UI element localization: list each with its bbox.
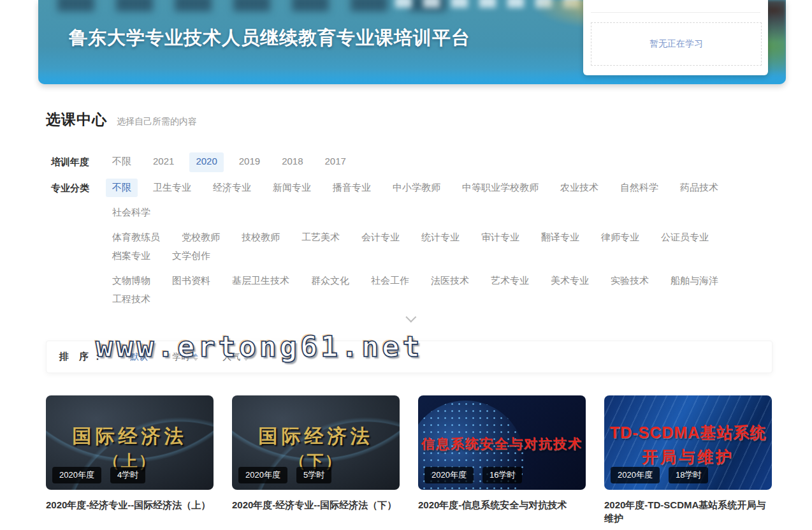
- category-option[interactable]: 经济专业: [207, 179, 257, 197]
- thumb-title-line1: 国际经济法: [46, 423, 214, 450]
- year-option[interactable]: 2021: [147, 152, 180, 172]
- category-filter-options-row1: 不限 卫生专业 经济专业 新闻专业 播音专业 中小学教师 中等职业学校教师 农业…: [106, 179, 772, 222]
- course-thumbnail: 国际经济法 （上） 2020年度 4学时: [46, 395, 214, 490]
- course-title[interactable]: 2020年度-经济专业--国际经济法（下）: [232, 498, 400, 525]
- category-option[interactable]: 体育教练员: [106, 228, 166, 247]
- category-option[interactable]: 药品技术: [674, 179, 725, 197]
- course-card[interactable]: TD-SCDMA基站系统 开局与维护 2020年度 18学时 2020年度-TD…: [604, 395, 772, 530]
- year-badge: 2020年度: [611, 467, 660, 483]
- platform-title: 鲁东大学专业技术人员继续教育专业课培训平台: [69, 26, 470, 51]
- hours-badge: 4学时: [110, 467, 145, 483]
- banner: 鲁东大学专业技术人员继续教育专业课培训平台 暂无正在学习: [38, 0, 786, 84]
- hours-badge: 18学时: [669, 467, 708, 483]
- no-learning-box[interactable]: 暂无正在学习: [591, 22, 762, 66]
- year-option[interactable]: 2019: [233, 152, 266, 172]
- category-option[interactable]: 农业技术: [554, 179, 605, 197]
- category-option[interactable]: 卫生专业: [147, 179, 198, 197]
- thumb-title-line1: 国际经济法: [232, 423, 400, 450]
- thumb-title-line1: 信息系统安全与对抗技术: [418, 435, 586, 453]
- course-grid: 国际经济法 （上） 2020年度 4学时 2020年度-经济专业--国际经济法（…: [46, 395, 772, 530]
- sort-option-label: 默认: [130, 351, 148, 363]
- category-option[interactable]: 工艺美术: [295, 228, 346, 247]
- sort-label: 排 序：: [59, 351, 106, 363]
- category-option[interactable]: 基层卫生技术: [226, 272, 296, 290]
- hours-badge: 5学时: [296, 467, 331, 483]
- category-option[interactable]: 技校教师: [235, 228, 286, 247]
- category-option[interactable]: 船舶与海洋: [664, 272, 725, 290]
- category-option[interactable]: 社会工作: [365, 272, 416, 290]
- category-option[interactable]: 公证员专业: [655, 228, 715, 247]
- category-option[interactable]: 档案专业: [106, 247, 157, 265]
- category-option[interactable]: 中等职业学校教师: [456, 179, 545, 197]
- category-option[interactable]: 播音专业: [326, 179, 377, 197]
- year-badge: 2020年度: [424, 467, 474, 483]
- course-title[interactable]: 2020年度-TD-SCDMA基站系统开局与维护: [604, 498, 772, 525]
- filter-row-year: 培训年度 不限 2021 2020 2019 2018 2017: [46, 152, 772, 172]
- category-filter-label: 专业分类: [51, 179, 101, 222]
- course-title[interactable]: 2020年度-经济专业--国际经济法（上）: [46, 498, 214, 525]
- course-center-header: 选课中心 选择自己所需的内容: [46, 110, 772, 129]
- category-option[interactable]: 群众文化: [305, 272, 356, 290]
- course-thumbnail: 信息系统安全与对抗技术 2020年度 16学时: [418, 395, 586, 490]
- course-title[interactable]: 2020年度-信息系统安全与对抗技术: [418, 498, 586, 525]
- category-option[interactable]: 图书资料: [166, 272, 217, 290]
- filter-panel: 培训年度 不限 2021 2020 2019 2018 2017 专业分类 不限…: [46, 152, 772, 327]
- chevron-down-icon[interactable]: [405, 312, 416, 323]
- page-title: 选课中心: [46, 110, 107, 129]
- category-option[interactable]: 工程技术: [106, 290, 157, 309]
- thumb-title-line2: 开局与维护: [604, 446, 772, 467]
- course-card[interactable]: 国际经济法 （上） 2020年度 4学时 2020年度-经济专业--国际经济法（…: [46, 395, 214, 530]
- category-option[interactable]: 党校教师: [175, 228, 226, 247]
- filter-row-category: 专业分类 不限 卫生专业 经济专业 新闻专业 播音专业 中小学教师 中等职业学校…: [46, 179, 772, 222]
- sort-option-label: 学时: [172, 351, 190, 363]
- category-filter-options-row3: 文物博物 图书资料 基层卫生技术 群众文化 社会工作 法医技术 艺术专业 美术专…: [106, 272, 772, 309]
- category-option[interactable]: 美术专业: [544, 272, 595, 290]
- sort-option-popularity[interactable]: 人气: [222, 351, 249, 363]
- year-option[interactable]: 2017: [319, 152, 352, 172]
- category-option[interactable]: 法医技术: [424, 272, 475, 290]
- current-learning-panel: 暂无正在学习: [583, 0, 768, 75]
- category-option[interactable]: 律师专业: [595, 228, 646, 247]
- year-option-selected[interactable]: 2020: [189, 152, 223, 172]
- category-option[interactable]: 翻译专业: [535, 228, 586, 247]
- sort-option-default[interactable]: 默认: [130, 351, 148, 363]
- year-filter-label: 培训年度: [51, 152, 101, 172]
- sort-option-hours[interactable]: 学时: [172, 351, 198, 363]
- page-subtitle: 选择自己所需的内容: [117, 116, 197, 128]
- sort-carets-icon: [243, 353, 249, 361]
- course-card[interactable]: 国际经济法 （下） 2020年度 5学时 2020年度-经济专业--国际经济法（…: [232, 395, 400, 530]
- year-badge: 2020年度: [238, 467, 287, 483]
- banner-blurred-heading: [57, 0, 453, 11]
- category-option[interactable]: 新闻专业: [266, 179, 317, 197]
- year-option[interactable]: 不限: [106, 152, 138, 172]
- category-option-selected[interactable]: 不限: [106, 179, 138, 197]
- sort-bar: 排 序： 默认 学时 人气: [46, 341, 772, 373]
- year-option[interactable]: 2018: [275, 152, 309, 172]
- category-option[interactable]: 文物博物: [106, 272, 157, 290]
- year-filter-options: 不限 2021 2020 2019 2018 2017: [106, 152, 352, 172]
- category-option[interactable]: 会计专业: [355, 228, 406, 247]
- category-filter-options-row2: 体育教练员 党校教师 技校教师 工艺美术 会计专业 统计专业 审计专业 翻译专业…: [106, 228, 772, 265]
- sort-option-label: 人气: [222, 351, 240, 363]
- sort-carets-icon: [193, 353, 198, 361]
- category-option[interactable]: 文学创作: [166, 247, 217, 265]
- category-option[interactable]: 中小学教师: [386, 179, 447, 197]
- course-card[interactable]: 信息系统安全与对抗技术 2020年度 16学时 2020年度-信息系统安全与对抗…: [418, 395, 586, 530]
- course-thumbnail: TD-SCDMA基站系统 开局与维护 2020年度 18学时: [604, 395, 772, 490]
- course-thumbnail: 国际经济法 （下） 2020年度 5学时: [232, 395, 400, 490]
- no-learning-text: 暂无正在学习: [649, 38, 703, 50]
- hours-badge: 16学时: [482, 467, 522, 483]
- category-option[interactable]: 艺术专业: [484, 272, 535, 290]
- panel-divider: [591, 12, 760, 13]
- category-option[interactable]: 审计专业: [475, 228, 526, 247]
- category-option[interactable]: 自然科学: [614, 179, 665, 197]
- year-badge: 2020年度: [52, 467, 101, 483]
- category-option[interactable]: 实验技术: [604, 272, 655, 290]
- thumb-title-line1: TD-SCDMA基站系统: [604, 422, 772, 443]
- category-option[interactable]: 统计专业: [415, 228, 466, 247]
- category-option[interactable]: 社会科学: [106, 203, 157, 222]
